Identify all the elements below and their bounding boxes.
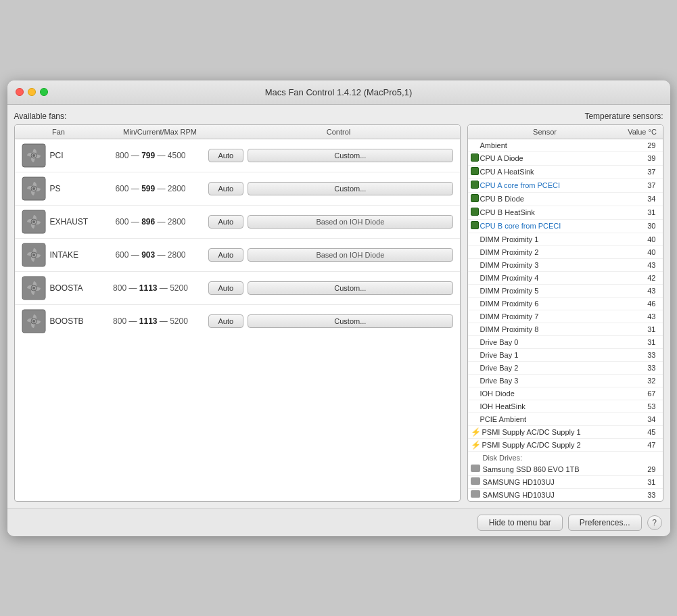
sensor-name-3: CPU A core from PCECI [479,181,633,189]
sensor-row: CPU A core from PCECI37 [468,179,663,193]
hide-to-menubar-button[interactable]: Hide to menu bar [477,515,563,531]
disk-value-0: 29 [633,465,660,473]
fan-icon-intake [22,243,46,267]
fan-auto-btn-boostb[interactable]: Auto [208,314,244,328]
sensor-row: Drive Bay 233 [468,362,663,375]
svg-point-7 [32,187,35,190]
sensor-icon-4 [471,194,479,204]
fan-control-boosta: AutoCustom... [208,281,457,295]
fan-ioh-btn-exhaust[interactable]: Based on IOH Diode [248,215,452,229]
fan-rpm-boosta: 800 — 1113 — 5200 [93,283,208,293]
sensor-row: CPU A Diode39 [468,152,663,166]
sensor-value-17: 33 [633,364,660,372]
fan-custom-btn-boostb[interactable]: Custom... [248,314,452,328]
fans-panel: Available fans: Fan Min/Current/Max RPM … [14,112,461,502]
sensor-value-13: 43 [633,312,660,321]
sensor-icon-2 [471,167,479,177]
sensor-value-0: 29 [633,141,660,149]
fan-control-intake: AutoBased on IOH Diode [208,248,457,262]
fan-rows: PCI800 — 799 — 4500AutoCustom... PS600 —… [15,139,460,337]
svg-point-11 [32,220,35,223]
preferences-button[interactable]: Preferences... [568,515,642,531]
sensor-value-9: 43 [633,261,660,269]
disk-icon-1 [471,477,482,487]
fan-name-ps: PS [46,184,93,193]
fan-name-exhaust: EXHAUST [46,217,93,227]
sensor-value-16: 33 [633,351,660,359]
fan-auto-btn-boosta[interactable]: Auto [208,281,244,295]
disk-name-2: SAMSUNG HD103UJ [482,491,633,499]
fan-name-boosta: BOOSTA [46,283,93,293]
sensor-name-13: DIMM Proximity 7 [479,312,633,321]
disk-icon-0 [471,465,482,474]
sensor-row: IOH Diode67 [468,387,663,400]
help-button[interactable]: ? [647,515,662,530]
fan-control-exhaust: AutoBased on IOH Diode [208,215,457,229]
sensors-panel-header: Temperature sensors: [467,112,663,121]
fan-control-boostb: AutoCustom... [208,314,457,328]
disk-icon-2 [471,490,482,500]
sensor-name-1: CPU A Diode [479,154,633,162]
main-window: Macs Fan Control 1.4.12 (MacPro5,1) Avai… [7,80,670,536]
sensor-icon-8 [471,247,479,257]
fans-table: Fan Min/Current/Max RPM Control PCI800 —… [14,124,461,502]
fan-custom-btn-ps[interactable]: Custom... [248,182,452,195]
sensor-row: CPU B Diode34 [468,193,663,206]
sensor-row: DIMM Proximity 343 [468,259,663,272]
sensor-name-5: CPU B HeatSink [479,208,633,216]
sensor-icon-19 [471,389,479,398]
sensor-value-6: 30 [633,222,660,230]
svg-point-3 [32,154,35,157]
sensor-row: PCIE Ambient34 [468,413,663,426]
minimize-button[interactable] [28,88,36,96]
col-fan: Fan [15,128,103,136]
sensor-value-5: 31 [633,208,660,216]
sensor-name-2: CPU A HeatSink [479,168,633,176]
sensor-name-9: DIMM Proximity 3 [479,261,633,269]
fan-auto-btn-ps[interactable]: Auto [208,182,244,195]
fan-auto-btn-intake[interactable]: Auto [208,248,244,262]
sensor-value-20: 53 [633,402,660,410]
close-button[interactable] [16,88,24,96]
sensor-value-22: 45 [633,428,660,436]
sensor-value-14: 31 [633,325,660,333]
fan-ioh-btn-intake[interactable]: Based on IOH Diode [248,248,452,262]
sensor-name-11: DIMM Proximity 5 [479,287,633,295]
sensor-icon-12 [471,299,479,308]
fan-rpm-boostb: 800 — 1113 — 5200 [93,316,208,326]
sensor-rows: Ambient29CPU A Diode39CPU A HeatSink37CP… [468,139,663,501]
fan-name-boostb: BOOSTB [46,316,93,326]
maximize-button[interactable] [40,88,48,96]
sensor-row: ⚡PSMI Supply AC/DC Supply 145 [468,426,663,439]
disk-value-1: 31 [633,478,660,486]
fan-row-boosta: BOOSTA800 — 1113 — 5200AutoCustom... [15,272,460,305]
titlebar: Macs Fan Control 1.4.12 (MacPro5,1) [7,80,670,105]
fan-control-ps: AutoCustom... [208,182,457,195]
sensor-value-11: 43 [633,287,660,295]
sensor-icon-21 [471,414,479,424]
sensor-value-7: 40 [633,235,660,243]
sensor-row: DIMM Proximity 442 [468,272,663,285]
col-rpm: Min/Current/Max RPM [103,128,218,136]
sensor-name-4: CPU B Diode [479,195,633,203]
sensor-name-20: IOH HeatSink [479,402,633,410]
fan-rpm-intake: 600 — 903 — 2800 [93,250,208,260]
sensor-row: DIMM Proximity 646 [468,298,663,310]
fan-auto-btn-exhaust[interactable]: Auto [208,215,244,229]
fan-custom-btn-boosta[interactable]: Custom... [248,281,452,295]
sensors-panel: Temperature sensors: Sensor Value °C Amb… [467,112,663,502]
footer: Hide to menu bar Preferences... ? [7,508,670,536]
sensor-row: Ambient29 [468,139,663,152]
fan-rpm-pci: 800 — 799 — 4500 [93,151,208,160]
fan-auto-btn-pci[interactable]: Auto [208,149,244,162]
svg-point-19 [32,287,35,289]
content-area: Available fans: Fan Min/Current/Max RPM … [7,105,670,508]
sensor-value-8: 40 [633,248,660,256]
sensor-name-16: Drive Bay 1 [479,351,633,359]
sensor-name-18: Drive Bay 3 [479,377,633,385]
sensor-icon-9 [471,260,479,270]
sensor-name-8: DIMM Proximity 2 [479,248,633,256]
fan-custom-btn-pci[interactable]: Custom... [248,149,452,162]
sensor-row: DIMM Proximity 140 [468,233,663,246]
fan-row-exhaust: EXHAUST600 — 896 — 2800AutoBased on IOH … [15,206,460,239]
